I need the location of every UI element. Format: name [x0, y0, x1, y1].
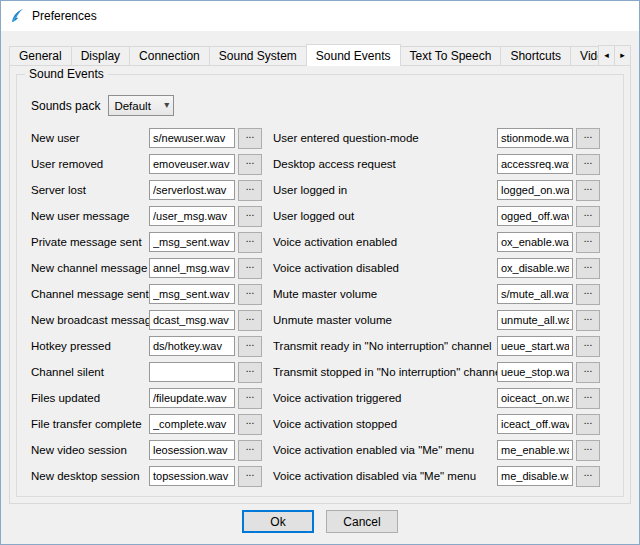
tab-connection[interactable]: Connection	[129, 46, 210, 66]
sound-event-row: File transfer complete...	[31, 411, 262, 437]
tab-pane-sound-events: Sound Events Sounds pack Default ▾ New u…	[9, 65, 631, 504]
sound-file-input[interactable]	[497, 440, 573, 460]
tab-display[interactable]: Display	[71, 46, 130, 66]
browse-button[interactable]: ...	[238, 154, 262, 175]
browse-button[interactable]: ...	[238, 362, 262, 383]
sound-event-label: Server lost	[31, 184, 149, 196]
tab-sound-system[interactable]: Sound System	[209, 46, 307, 66]
sound-event-label: New broadcast message	[31, 314, 149, 326]
tab-sound-events[interactable]: Sound Events	[306, 44, 401, 66]
sound-file-input[interactable]	[149, 154, 235, 174]
sound-event-label: Voice activation triggered	[273, 392, 497, 404]
tab-scroll-left-button[interactable]: ◂	[598, 45, 615, 66]
sounds-pack-select[interactable]: Default ▾	[108, 95, 174, 116]
sound-file-input[interactable]	[497, 206, 573, 226]
browse-button[interactable]: ...	[576, 258, 600, 279]
browse-button[interactable]: ...	[238, 414, 262, 435]
sound-event-label: Transmit stopped in "No interruption" ch…	[273, 366, 497, 378]
sound-event-row: New channel message...	[31, 255, 262, 281]
browse-button[interactable]: ...	[576, 466, 600, 487]
sound-file-input[interactable]	[497, 128, 573, 148]
sound-file-input[interactable]	[149, 388, 235, 408]
browse-button[interactable]: ...	[576, 180, 600, 201]
browse-button[interactable]: ...	[576, 154, 600, 175]
browse-button[interactable]: ...	[238, 310, 262, 331]
browse-button[interactable]: ...	[576, 128, 600, 149]
sound-event-label: Channel silent	[31, 366, 149, 378]
sound-event-label: Voice activation stopped	[273, 418, 497, 430]
sound-file-input[interactable]	[149, 258, 235, 278]
sound-file-input[interactable]	[149, 310, 235, 330]
ok-button[interactable]: Ok	[242, 510, 314, 533]
browse-button[interactable]: ...	[238, 258, 262, 279]
browse-button[interactable]: ...	[576, 206, 600, 227]
sound-event-label: Hotkey pressed	[31, 340, 149, 352]
tab-shortcuts[interactable]: Shortcuts	[500, 46, 571, 66]
browse-button[interactable]: ...	[576, 414, 600, 435]
sound-file-input[interactable]	[497, 258, 573, 278]
sound-file-input[interactable]	[149, 336, 235, 356]
sound-event-label: Desktop access request	[273, 158, 497, 170]
browse-button[interactable]: ...	[238, 440, 262, 461]
sound-event-label: Files updated	[31, 392, 149, 404]
sound-file-input[interactable]	[497, 414, 573, 434]
tab-scroll-right-button[interactable]: ▸	[614, 45, 631, 66]
sounds-pack-value: Default	[114, 100, 150, 112]
sound-file-input[interactable]	[497, 310, 573, 330]
sound-event-label: New desktop session	[31, 470, 149, 482]
browse-button[interactable]: ...	[238, 232, 262, 253]
sound-event-row: Voice activation enabled via "Me" menu..…	[273, 437, 600, 463]
sound-event-row: New video session...	[31, 437, 262, 463]
sound-event-row: Hotkey pressed...	[31, 333, 262, 359]
group-legend: Sound Events	[25, 67, 108, 81]
sound-file-input[interactable]	[497, 154, 573, 174]
sound-file-input[interactable]	[149, 414, 235, 434]
sound-event-label: Unmute master volume	[273, 314, 497, 326]
sound-file-input[interactable]	[149, 206, 235, 226]
sound-file-input[interactable]	[149, 284, 235, 304]
sound-file-input[interactable]	[497, 180, 573, 200]
sound-file-input[interactable]	[497, 232, 573, 252]
browse-button[interactable]: ...	[238, 128, 262, 149]
browse-button[interactable]: ...	[576, 310, 600, 331]
sound-event-row: Unmute master volume...	[273, 307, 600, 333]
sound-file-input[interactable]	[149, 440, 235, 460]
sound-event-row: Voice activation triggered...	[273, 385, 600, 411]
browse-button[interactable]: ...	[576, 388, 600, 409]
tab-general[interactable]: General	[9, 46, 72, 66]
browse-button[interactable]: ...	[238, 388, 262, 409]
sound-event-row: Files updated...	[31, 385, 262, 411]
browse-button[interactable]: ...	[238, 206, 262, 227]
cancel-button[interactable]: Cancel	[326, 510, 398, 533]
browse-button[interactable]: ...	[238, 180, 262, 201]
browse-button[interactable]: ...	[576, 336, 600, 357]
sound-file-input[interactable]	[149, 466, 235, 486]
tab-bar: GeneralDisplayConnectionSound SystemSoun…	[9, 43, 631, 66]
sound-event-row: Channel silent...	[31, 359, 262, 385]
sound-file-input[interactable]	[497, 336, 573, 356]
sound-file-input[interactable]	[149, 362, 235, 382]
sound-file-input[interactable]	[497, 362, 573, 382]
sound-event-row: User entered question-mode...	[273, 125, 600, 151]
browse-button[interactable]: ...	[238, 336, 262, 357]
title-bar: Preferences	[1, 1, 639, 31]
sound-event-row: Voice activation enabled...	[273, 229, 600, 255]
sound-file-input[interactable]	[149, 232, 235, 252]
browse-button[interactable]: ...	[238, 466, 262, 487]
browse-button[interactable]: ...	[576, 440, 600, 461]
browse-button[interactable]: ...	[576, 362, 600, 383]
tab-text-to-speech[interactable]: Text To Speech	[400, 46, 502, 66]
browse-button[interactable]: ...	[576, 284, 600, 305]
sound-event-row: New user message...	[31, 203, 262, 229]
sound-file-input[interactable]	[497, 466, 573, 486]
browse-button[interactable]: ...	[238, 284, 262, 305]
sound-event-label: New user message	[31, 210, 149, 222]
sound-event-row: User logged out...	[273, 203, 600, 229]
sound-file-input[interactable]	[497, 388, 573, 408]
sound-file-input[interactable]	[149, 180, 235, 200]
browse-button[interactable]: ...	[576, 232, 600, 253]
sound-event-label: User logged in	[273, 184, 497, 196]
sound-file-input[interactable]	[497, 284, 573, 304]
sound-file-input[interactable]	[149, 128, 235, 148]
sound-event-label: Voice activation enabled	[273, 236, 497, 248]
